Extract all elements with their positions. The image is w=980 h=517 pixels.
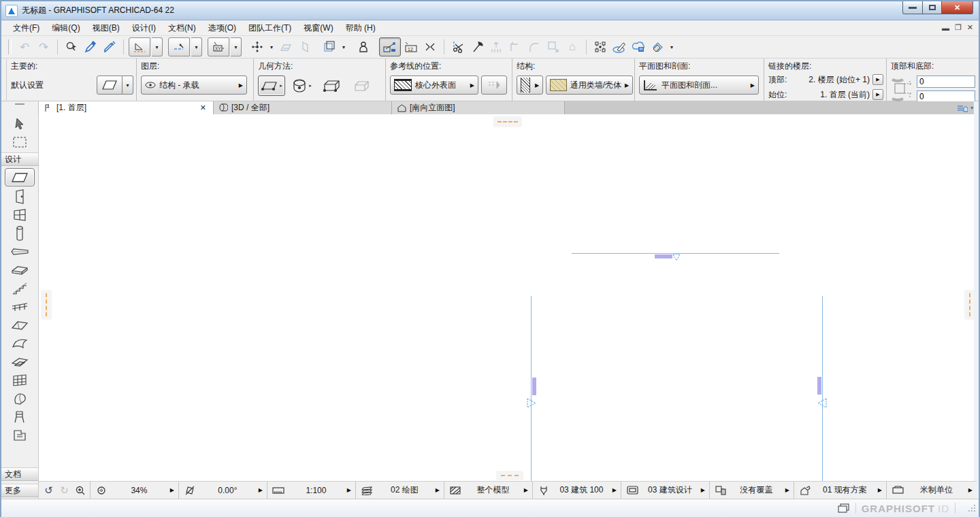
wall-tool[interactable] [5,168,35,186]
zoom-level-control[interactable]: 34% ▶ [91,482,179,499]
top-offset-input[interactable] [917,76,975,88]
arrow-tool[interactable] [1,114,38,133]
pop-up-navigator-icon[interactable] [957,103,968,112]
roof-tool[interactable] [1,316,38,334]
stretch-icon[interactable] [421,38,439,56]
menu-help[interactable]: 帮助 (H) [340,20,382,36]
forward-icon[interactable]: ↻ [58,484,71,497]
elevation-handle-west[interactable] [532,378,536,395]
adjust-icon[interactable] [487,38,505,56]
toolbar-grip[interactable] [8,39,12,54]
refline-dropdown[interactable]: 核心外表面 ▶ [390,76,478,95]
curtain-wall-tool[interactable] [1,371,38,389]
snap-guides-dropdown[interactable]: ▾ [191,37,202,56]
guide-lines-button[interactable] [129,37,150,56]
menu-document[interactable]: 文档(N) [162,20,202,36]
elevation-marker-triangle-west[interactable] [527,398,536,408]
highlight-icon[interactable] [610,38,628,56]
resize-icon[interactable] [544,38,562,56]
top-link-button[interactable]: ▶ [872,74,883,85]
composite-dropdown[interactable]: 通用类墙/壳体 ▶ [546,76,633,95]
back-icon[interactable]: ↺ [42,484,56,497]
marquee-dropdown[interactable]: ▾ [340,44,348,50]
marquee-tool[interactable] [1,133,38,151]
elevation-marker-triangle-east[interactable] [817,398,827,408]
plan-section-dropdown[interactable]: 平面图和剖面... ▶ [639,76,759,95]
morph-tool[interactable] [1,389,38,407]
layer-dropdown[interactable]: 结构 - 承载 ▶ [141,76,247,95]
structure-type-button[interactable]: ▶ [517,76,543,95]
trim-scissors-icon[interactable] [449,38,467,56]
slab-tool[interactable] [1,261,38,279]
fillet-icon[interactable] [525,38,543,56]
coordinates-dropdown[interactable]: ▾ [231,37,242,56]
offscreen-marker-left[interactable] [41,290,52,320]
renovation-filter-control[interactable]: 01 现有方案 ▶ [794,482,887,499]
beam-tool[interactable] [1,242,38,261]
grid-snap-icon[interactable] [248,38,266,56]
tab-close-icon[interactable]: ✕ [199,103,208,112]
trace-reference-icon[interactable] [296,38,314,56]
toolbox-section-more[interactable]: 更多 [1,484,38,497]
door-tool[interactable] [1,187,38,205]
undo-icon[interactable]: ↶ [16,38,33,56]
elevation-handle-south[interactable] [655,254,672,258]
elevation-marker-triangle-south[interactable] [672,254,681,261]
menu-design[interactable]: 设计(I) [126,20,162,36]
maximize-button[interactable] [923,1,942,14]
find-select-icon[interactable] [63,38,80,56]
home-link-button[interactable]: ▶ [872,89,883,100]
offscreen-marker-bottom[interactable] [496,471,523,480]
navigator-dropdown-icon[interactable]: ▾ [970,105,973,111]
element-snap-button[interactable] [379,37,401,56]
elevation-handle-east[interactable] [817,377,821,395]
tab-south-elevation[interactable]: [南向立面图] [392,101,565,114]
infobox-grip[interactable] [1,59,7,101]
markup-cloud-icon[interactable] [630,38,647,56]
virtual-trace-icon[interactable] [277,38,295,56]
refline-flip-button[interactable] [481,76,507,95]
skylight-tool[interactable] [1,352,38,371]
menu-options[interactable]: 选项(O) [202,20,242,36]
mdi-minimize-button[interactable]: ▬ [942,24,949,32]
wall-settings-dropdown[interactable]: ▾ [122,76,133,95]
grid-snap-dropdown[interactable]: ▾ [267,44,276,50]
menu-window[interactable]: 视窗(W) [297,20,339,36]
toolbox-section-design[interactable]: 设计 [1,152,38,166]
partial-structure-control[interactable]: 整个模型 ▶ [444,482,533,499]
object-tool[interactable] [1,407,38,426]
geometry-chained-button[interactable] [348,76,375,96]
snap-guides-button[interactable] [168,37,190,56]
wall-default-settings-button[interactable] [97,76,122,95]
inject-parameters-icon[interactable] [101,38,118,56]
zoom-in-icon[interactable] [74,484,87,497]
edit-selection-set-icon[interactable] [591,38,609,56]
elevation-line-west[interactable] [531,296,532,481]
column-tool[interactable] [1,224,38,242]
mdi-close-button[interactable]: ✕ [967,23,973,32]
paint-surface-icon[interactable] [649,38,666,56]
lock-icon[interactable] [355,38,372,56]
menu-view[interactable]: 视图(B) [86,20,126,36]
tab-first-story[interactable]: [1. 首层] ✕ [39,101,214,114]
coordinates-button[interactable]: XY [208,37,229,56]
geometry-curved-button[interactable]: ▸ [288,76,315,96]
stair-tool[interactable] [1,279,38,297]
close-button[interactable]: ✕ [942,1,973,14]
paint-surface-dropdown[interactable]: ▾ [668,44,676,50]
geometry-box-button[interactable] [318,76,345,96]
tab-3d-all[interactable]: [3D / 全部] [214,101,392,114]
guide-lines-dropdown[interactable]: ▾ [152,37,163,56]
menu-file[interactable]: 文件(F) [7,20,46,36]
graphisoft-brand-label[interactable]: GRAPHISOFT [862,503,935,514]
home-story-icon[interactable]: ⌂ [564,38,581,56]
menu-teamwork[interactable]: 团队工作(T) [242,20,297,36]
redo-icon[interactable]: ↷ [35,38,52,56]
zone-tool[interactable] [1,426,38,444]
window-tool[interactable] [1,205,38,224]
resize-grip[interactable] [968,504,976,512]
graphic-override-control[interactable]: 没有覆盖 ▶ [710,482,794,499]
pick-up-parameters-icon[interactable] [82,38,99,56]
geometry-straight-button[interactable]: ▸ [258,76,285,96]
railing-tool[interactable] [1,297,38,316]
